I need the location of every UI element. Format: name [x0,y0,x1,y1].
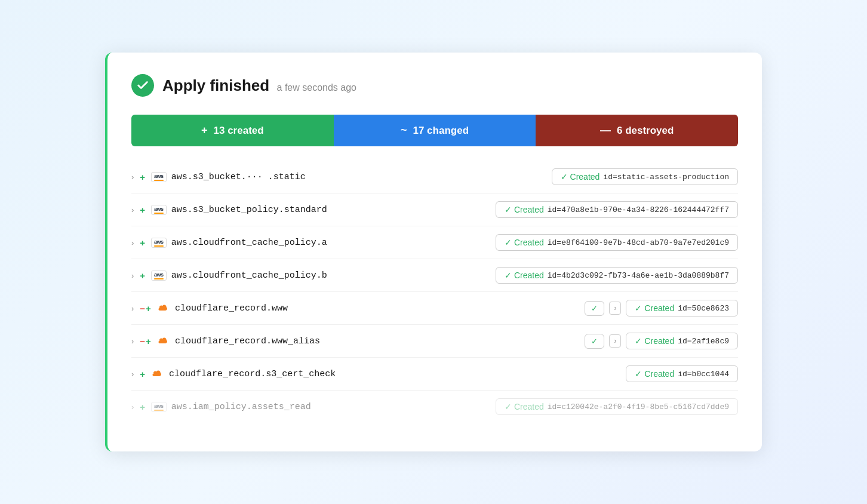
aws-provider-badge: aws [151,238,167,248]
mini-check-badge: ✓ [585,334,604,349]
status-id: id=e8f64100-9e7b-48cd-ab70-9a7e7ed201c9 [548,238,729,247]
status-id: id=static-assets-production [603,173,729,182]
status-badge: ✓ Createdid=50ce8623 [626,300,738,316]
status-check-icon: ✓ Created [505,271,544,280]
status-check-icon: ✓ Created [635,336,674,346]
resource-name: cloudflare_record.s3_cert_check [169,369,336,379]
main-card: Apply finished a few seconds ago + 13 cr… [105,53,762,451]
resource-name: aws.iam_policy.assets_read [171,402,327,412]
resource-row: ›+awsaws.s3_bucket.··· .static✓ Createdi… [131,161,738,193]
cloudflare-provider-icon [151,367,164,380]
resource-row: ›−+ cloudflare_record.www✓›✓ Createdid=5… [131,292,738,325]
resource-name: aws.cloudfront_cache_policy.b [171,271,327,281]
resource-status-area: ✓ Createdid=static-assets-production [552,168,738,185]
mini-expand-chevron[interactable]: › [609,334,621,348]
change-minus-plus-icon: −+ [140,336,151,346]
resource-name: aws.s3_bucket.··· .static [171,172,327,182]
aws-provider-badge: aws [151,205,167,215]
status-check-icon: ✓ Created [505,238,544,247]
header-text: Apply finished a few seconds ago [162,76,356,95]
row-expand-chevron[interactable]: › [131,271,134,280]
resource-name: aws.cloudfront_cache_policy.a [171,238,327,248]
row-expand-chevron[interactable]: › [131,205,134,214]
status-check-icon: ✓ Created [505,205,544,214]
summary-tabs: + 13 created ~ 17 changed — 6 destroyed [131,115,738,146]
changed-label: 17 changed [413,125,469,137]
resource-status-area: ✓ Createdid=4b2d3c092-fb73-4a6e-ae1b-3da… [496,267,738,284]
status-id: id=50ce8623 [678,304,729,313]
resource-name: cloudflare_record.www [175,303,330,314]
destroyed-label: 6 destroyed [617,125,674,137]
resource-status-area: ✓›✓ Createdid=50ce8623 [585,300,738,316]
status-id: id=b0cc1044 [678,370,729,379]
change-plus-icon: + [140,369,145,379]
created-icon: + [201,124,208,137]
resources-list: ›+awsaws.s3_bucket.··· .static✓ Createdi… [131,161,738,423]
resource-status-area: ✓ Createdid=b0cc1044 [626,365,738,382]
status-badge: ✓ Createdid=4b2d3c092-fb73-4a6e-ae1b-3da… [496,267,738,284]
resource-row: ›+awsaws.iam_policy.assets_read✓ Created… [131,391,738,423]
row-expand-chevron[interactable]: › [131,304,134,313]
resource-row: ›+ cloudflare_record.s3_cert_check✓ Crea… [131,358,738,391]
cloudflare-provider-icon [157,302,170,315]
aws-provider-badge: aws [151,172,167,182]
mini-check-badge: ✓ [585,301,604,316]
status-id: id=4b2d3c092-fb73-4a6e-ae1b-3da0889b8f7 [548,271,729,280]
row-expand-chevron[interactable]: › [131,402,134,411]
change-plus-icon: + [140,205,145,215]
status-id: id=470a8e1b-970e-4a34-8226-162444472ff7 [548,205,729,214]
change-plus-icon: + [140,172,145,182]
status-badge: ✓ Createdid=2af1e8c9 [626,333,738,349]
change-plus-icon: + [140,238,145,248]
status-badge: ✓ Createdid=b0cc1044 [626,365,738,382]
resource-status-area: ✓ Createdid=c120042e-a2f0-4f19-8be5-c516… [496,398,738,415]
status-badge: ✓ Createdid=c120042e-a2f0-4f19-8be5-c516… [496,398,738,415]
tab-destroyed[interactable]: — 6 destroyed [536,115,738,146]
resource-status-area: ✓ Createdid=470a8e1b-970e-4a34-8226-1624… [496,201,738,218]
resource-name: cloudflare_record.www_alias [175,336,330,346]
resource-row: ›+awsaws.cloudfront_cache_policy.b✓ Crea… [131,259,738,292]
changed-icon: ~ [401,124,407,137]
change-plus-icon: + [140,271,145,281]
apply-time: a few seconds ago [277,82,356,93]
row-expand-chevron[interactable]: › [131,173,134,182]
resource-status-area: ✓ Createdid=e8f64100-9e7b-48cd-ab70-9a7e… [496,234,738,251]
resource-row: ›+awsaws.cloudfront_cache_policy.a✓ Crea… [131,226,738,259]
status-check-icon: ✓ Created [561,172,600,182]
row-expand-chevron[interactable]: › [131,370,134,379]
aws-provider-badge: aws [151,271,167,281]
tab-changed[interactable]: ~ 17 changed [334,115,536,146]
destroyed-icon: — [600,124,611,137]
resource-name: aws.s3_bucket_policy.standard [171,205,327,215]
row-expand-chevron[interactable]: › [131,337,134,346]
resource-row: ›−+ cloudflare_record.www_alias✓›✓ Creat… [131,325,738,358]
change-minus-plus-icon: −+ [140,303,151,314]
status-badge: ✓ Createdid=static-assets-production [552,168,738,185]
apply-status-title: Apply finished [162,76,269,94]
resource-row: ›+awsaws.s3_bucket_policy.standard✓ Crea… [131,193,738,226]
aws-provider-badge: aws [151,402,167,412]
change-plus-icon: + [140,402,145,412]
header: Apply finished a few seconds ago [131,74,738,97]
status-id: id=2af1e8c9 [678,337,729,346]
row-expand-chevron[interactable]: › [131,238,134,247]
success-icon [131,74,154,97]
status-check-icon: ✓ Created [635,303,674,313]
created-label: 13 created [214,125,264,137]
status-id: id=c120042e-a2f0-4f19-8be5-c5167cd7dde9 [548,402,729,411]
tab-created[interactable]: + 13 created [131,115,334,146]
status-badge: ✓ Createdid=e8f64100-9e7b-48cd-ab70-9a7e… [496,234,738,251]
status-badge: ✓ Createdid=470a8e1b-970e-4a34-8226-1624… [496,201,738,218]
status-check-icon: ✓ Created [505,402,544,411]
cloudflare-provider-icon [157,334,170,348]
status-check-icon: ✓ Created [635,369,674,379]
resource-status-area: ✓›✓ Createdid=2af1e8c9 [585,333,738,349]
mini-expand-chevron[interactable]: › [609,302,621,315]
